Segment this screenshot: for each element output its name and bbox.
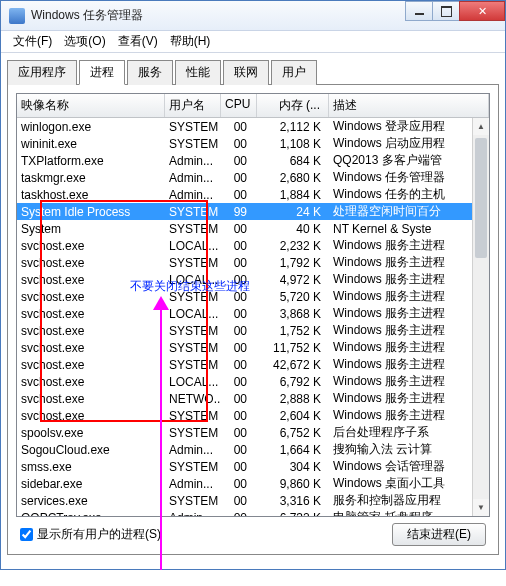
cell-img: QQPCTray.exe	[17, 511, 165, 517]
scroll-thumb[interactable]	[475, 138, 487, 258]
show-all-users-input[interactable]	[20, 528, 33, 541]
cell-user: SYSTEM	[165, 460, 221, 474]
cell-desc: 搜狗输入法 云计算	[329, 441, 489, 458]
table-row[interactable]: svchost.exeSYSTEM0011,752 KWindows 服务主进程	[17, 339, 489, 356]
cell-mem: 11,752 K	[257, 341, 329, 355]
cell-img: svchost.exe	[17, 324, 165, 338]
cell-cpu: 00	[221, 239, 257, 253]
table-row[interactable]: svchost.exeSYSTEM001,792 KWindows 服务主进程	[17, 254, 489, 271]
end-process-button[interactable]: 结束进程(E)	[392, 523, 486, 546]
table-row[interactable]: svchost.exeSYSTEM002,604 KWindows 服务主进程	[17, 407, 489, 424]
table-row[interactable]: svchost.exeLOCAL...003,868 KWindows 服务主进…	[17, 305, 489, 322]
col-cpu[interactable]: CPU	[221, 94, 257, 117]
cell-user: LOCAL...	[165, 239, 221, 253]
cell-user: Admin...	[165, 477, 221, 491]
cell-mem: 24 K	[257, 205, 329, 219]
col-mem[interactable]: 内存 (...	[257, 94, 329, 117]
menu-view[interactable]: 查看(V)	[112, 33, 164, 50]
table-row[interactable]: spoolsv.exeSYSTEM006,752 K后台处理程序子系	[17, 424, 489, 441]
cell-cpu: 00	[221, 171, 257, 185]
cell-cpu: 00	[221, 256, 257, 270]
cell-desc: Windows 服务主进程	[329, 339, 489, 356]
cell-user: SYSTEM	[165, 358, 221, 372]
table-row[interactable]: svchost.exeLOCAL...004,972 KWindows 服务主进…	[17, 271, 489, 288]
vertical-scrollbar[interactable]: ▲ ▼	[472, 118, 489, 516]
cell-img: services.exe	[17, 494, 165, 508]
cell-cpu: 00	[221, 511, 257, 517]
cell-img: wininit.exe	[17, 137, 165, 151]
cell-img: svchost.exe	[17, 256, 165, 270]
cell-img: winlogon.exe	[17, 120, 165, 134]
tab-applications[interactable]: 应用程序	[7, 60, 77, 85]
cell-mem: 5,720 K	[257, 290, 329, 304]
column-headers: 映像名称 用户名 CPU 内存 (... 描述	[17, 94, 489, 118]
cell-user: SYSTEM	[165, 222, 221, 236]
cell-cpu: 00	[221, 358, 257, 372]
process-rows[interactable]: winlogon.exeSYSTEM002,112 KWindows 登录应用程…	[17, 118, 489, 516]
cell-user: SYSTEM	[165, 324, 221, 338]
table-row[interactable]: SystemSYSTEM0040 KNT Kernel & Syste	[17, 220, 489, 237]
table-row[interactable]: svchost.exeSYSTEM001,752 KWindows 服务主进程	[17, 322, 489, 339]
tab-users[interactable]: 用户	[271, 60, 317, 85]
cell-mem: 1,792 K	[257, 256, 329, 270]
table-row[interactable]: taskhost.exeAdmin...001,884 KWindows 任务的…	[17, 186, 489, 203]
maximize-button[interactable]	[432, 1, 460, 21]
cell-desc: Windows 启动应用程	[329, 135, 489, 152]
cell-user: LOCAL...	[165, 307, 221, 321]
cell-mem: 1,108 K	[257, 137, 329, 151]
scroll-down-icon[interactable]: ▼	[473, 499, 489, 516]
col-user[interactable]: 用户名	[165, 94, 221, 117]
table-row[interactable]: wininit.exeSYSTEM001,108 KWindows 启动应用程	[17, 135, 489, 152]
cell-img: svchost.exe	[17, 375, 165, 389]
close-button[interactable]	[459, 1, 505, 21]
table-row[interactable]: svchost.exeLOCAL...006,792 KWindows 服务主进…	[17, 373, 489, 390]
cell-mem: 6,752 K	[257, 426, 329, 440]
table-row[interactable]: winlogon.exeSYSTEM002,112 KWindows 登录应用程	[17, 118, 489, 135]
col-desc[interactable]: 描述	[329, 94, 489, 117]
cell-img: svchost.exe	[17, 341, 165, 355]
table-row[interactable]: taskmgr.exeAdmin...002,680 KWindows 任务管理…	[17, 169, 489, 186]
cell-cpu: 00	[221, 426, 257, 440]
task-manager-window: Windows 任务管理器 文件(F) 选项(O) 查看(V) 帮助(H) 应用…	[0, 0, 506, 570]
table-row[interactable]: svchost.exeSYSTEM0042,672 KWindows 服务主进程	[17, 356, 489, 373]
tab-performance[interactable]: 性能	[175, 60, 221, 85]
menu-options[interactable]: 选项(O)	[58, 33, 111, 50]
cell-user: Admin...	[165, 188, 221, 202]
cell-mem: 2,112 K	[257, 120, 329, 134]
tab-services[interactable]: 服务	[127, 60, 173, 85]
cell-cpu: 00	[221, 120, 257, 134]
table-row[interactable]: QQPCTray.exeAdmin...006,732 K电脑管家-托盘程序	[17, 509, 489, 516]
cell-cpu: 00	[221, 290, 257, 304]
cell-cpu: 00	[221, 137, 257, 151]
cell-mem: 1,884 K	[257, 188, 329, 202]
table-row[interactable]: smss.exeSYSTEM00304 KWindows 会话管理器	[17, 458, 489, 475]
minimize-button[interactable]	[405, 1, 433, 21]
table-row[interactable]: svchost.exeNETWO...002,888 KWindows 服务主进…	[17, 390, 489, 407]
table-row[interactable]: SogouCloud.exeAdmin...001,664 K搜狗输入法 云计算	[17, 441, 489, 458]
cell-user: SYSTEM	[165, 120, 221, 134]
cell-mem: 3,868 K	[257, 307, 329, 321]
panel-footer: 显示所有用户的进程(S) 结束进程(E)	[16, 517, 490, 546]
show-all-users-checkbox[interactable]: 显示所有用户的进程(S)	[20, 526, 161, 543]
menu-help[interactable]: 帮助(H)	[164, 33, 217, 50]
table-row[interactable]: TXPlatform.exeAdmin...00684 KQQ2013 多客户端…	[17, 152, 489, 169]
table-row[interactable]: sidebar.exeAdmin...009,860 KWindows 桌面小工…	[17, 475, 489, 492]
scroll-up-icon[interactable]: ▲	[473, 118, 489, 135]
col-image[interactable]: 映像名称	[17, 94, 165, 117]
show-all-users-label: 显示所有用户的进程(S)	[37, 526, 161, 543]
cell-cpu: 00	[221, 375, 257, 389]
table-row[interactable]: svchost.exeLOCAL...002,232 KWindows 服务主进…	[17, 237, 489, 254]
cell-desc: 处理器空闲时间百分	[329, 203, 489, 220]
process-list[interactable]: 映像名称 用户名 CPU 内存 (... 描述 winlogon.exeSYST…	[16, 93, 490, 517]
cell-user: SYSTEM	[165, 409, 221, 423]
menu-file[interactable]: 文件(F)	[7, 33, 58, 50]
tab-networking[interactable]: 联网	[223, 60, 269, 85]
cell-img: System Idle Process	[17, 205, 165, 219]
titlebar[interactable]: Windows 任务管理器	[1, 1, 505, 31]
cell-img: System	[17, 222, 165, 236]
table-row[interactable]: svchost.exeSYSTEM005,720 KWindows 服务主进程	[17, 288, 489, 305]
cell-mem: 6,792 K	[257, 375, 329, 389]
tab-processes[interactable]: 进程	[79, 60, 125, 85]
table-row[interactable]: services.exeSYSTEM003,316 K服务和控制器应用程	[17, 492, 489, 509]
table-row[interactable]: System Idle ProcessSYSTEM9924 K处理器空闲时间百分	[17, 203, 489, 220]
